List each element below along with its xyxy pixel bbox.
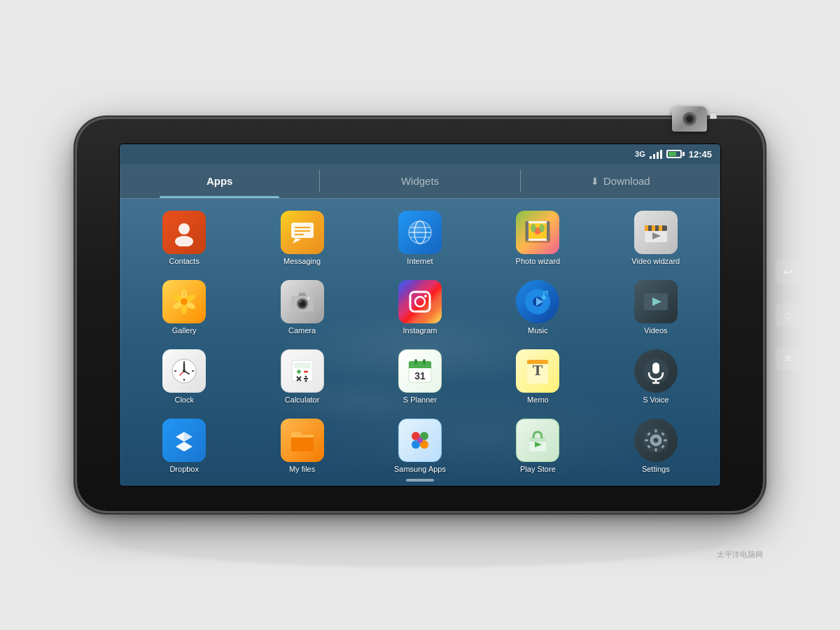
app-videos[interactable]: Videos (598, 274, 713, 340)
play-store-icon (516, 419, 559, 462)
app-splanner[interactable]: 31 S Planner (363, 343, 477, 410)
signal-bar-3 (657, 152, 659, 159)
svg-rect-24 (645, 225, 648, 231)
svg-point-1 (175, 236, 193, 246)
svg-rect-17 (547, 221, 550, 241)
tab-widgets-label: Widgets (401, 175, 439, 187)
signal-strength (650, 149, 662, 159)
download-arrow-icon: ⬇ (591, 176, 599, 187)
calculator-label: Calculator (285, 396, 320, 404)
app-memo[interactable]: T Memo (480, 343, 595, 410)
samsung-apps-label: Samsung Apps (394, 465, 446, 473)
camera-label: Camera (288, 326, 316, 335)
app-svoice[interactable]: S Voice (598, 343, 713, 410)
signal-bar-1 (650, 156, 652, 159)
videos-icon (634, 280, 678, 323)
menu-button[interactable]: ≡ (776, 346, 799, 370)
clock-icon (162, 349, 206, 393)
app-settings[interactable]: Settings (598, 412, 713, 479)
photo-wizard-svg (524, 218, 552, 246)
internet-label: Internet (407, 257, 433, 265)
gallery-label: Gallery (172, 326, 197, 335)
play-store-label: Play Store (520, 465, 556, 473)
svg-text:31: 31 (414, 370, 426, 382)
app-music[interactable]: Music (480, 274, 595, 340)
gallery-icon (162, 280, 206, 323)
app-camera[interactable]: Camera (244, 274, 359, 340)
svg-point-69 (304, 375, 307, 377)
instagram-svg (406, 288, 434, 316)
tab-download[interactable]: ⬇ Download (521, 164, 720, 198)
back-button[interactable]: ↩ (776, 260, 799, 284)
tab-widgets[interactable]: Widgets (320, 164, 519, 198)
app-play-store[interactable]: Play Store (480, 412, 595, 479)
svg-point-20 (531, 224, 536, 232)
app-dropbox[interactable]: Dropbox (127, 412, 241, 479)
contacts-icon (162, 211, 206, 254)
video-wizard-svg (642, 218, 670, 246)
videos-label: Videos (644, 326, 667, 335)
camera-bump (672, 106, 707, 132)
app-messaging[interactable]: Messaging (244, 204, 359, 271)
network-indicator: 3G (635, 150, 645, 158)
svg-point-43 (415, 297, 425, 307)
settings-label: Settings (642, 465, 670, 473)
camera-flash (710, 112, 717, 119)
home-button[interactable]: ⌂ (776, 303, 799, 327)
photo-wizard-icon (516, 211, 559, 254)
camera-svg (288, 288, 316, 316)
app-clock[interactable]: Clock (127, 343, 241, 410)
svg-point-21 (539, 224, 545, 232)
app-calculator[interactable]: Calculator (244, 343, 359, 410)
music-svg (524, 288, 552, 316)
svg-rect-73 (409, 365, 431, 368)
messaging-svg (288, 218, 316, 246)
music-icon (516, 280, 559, 323)
svg-point-40 (299, 300, 301, 302)
videos-svg (642, 288, 670, 316)
memo-svg: T (524, 357, 552, 385)
instagram-icon (398, 280, 442, 323)
battery-fill (668, 152, 676, 156)
app-instagram[interactable]: Instagram (363, 274, 477, 340)
svg-rect-62 (294, 363, 311, 368)
svg-rect-16 (526, 221, 528, 241)
clock-label: Clock (174, 396, 194, 404)
myfiles-icon (281, 419, 324, 462)
app-video-wizard[interactable]: Video widzard (598, 204, 713, 271)
signal-bar-2 (653, 154, 655, 159)
app-myfiles[interactable]: My files (244, 412, 359, 479)
app-photo-wizard[interactable]: Photo wizard (480, 204, 595, 271)
app-internet[interactable]: Internet (363, 204, 477, 271)
play-store-svg (524, 426, 552, 454)
calculator-icon (281, 349, 324, 393)
svg-rect-82 (652, 363, 659, 374)
dropbox-label: Dropbox (169, 465, 199, 473)
svg-rect-98 (654, 429, 657, 433)
app-gallery[interactable]: Gallery (127, 274, 241, 340)
svg-point-34 (181, 298, 188, 305)
app-contacts[interactable]: Contacts (127, 204, 241, 271)
svg-rect-25 (652, 225, 655, 231)
battery-icon (666, 150, 685, 158)
app-grid: Contacts Messaging (120, 199, 720, 486)
clock-svg (170, 357, 198, 385)
svg-point-13 (409, 221, 431, 244)
svg-point-60 (183, 370, 186, 372)
tab-apps-label: Apps (206, 175, 233, 187)
page-indicator (406, 479, 434, 482)
video-wizard-icon (634, 211, 678, 254)
myfiles-svg (288, 426, 316, 454)
samsung-apps-icon (398, 419, 442, 462)
samsung-apps-svg (406, 426, 434, 454)
internet-svg (406, 218, 434, 246)
tab-apps[interactable]: Apps (120, 164, 319, 198)
app-samsung-apps[interactable]: Samsung Apps (363, 412, 477, 479)
svg-point-48 (542, 295, 546, 300)
svoice-label: S Voice (643, 396, 668, 404)
dropbox-icon (162, 419, 206, 462)
memo-label: Memo (527, 396, 549, 404)
svg-rect-101 (664, 439, 667, 441)
messaging-label: Messaging (284, 257, 321, 265)
settings-icon (634, 419, 678, 462)
